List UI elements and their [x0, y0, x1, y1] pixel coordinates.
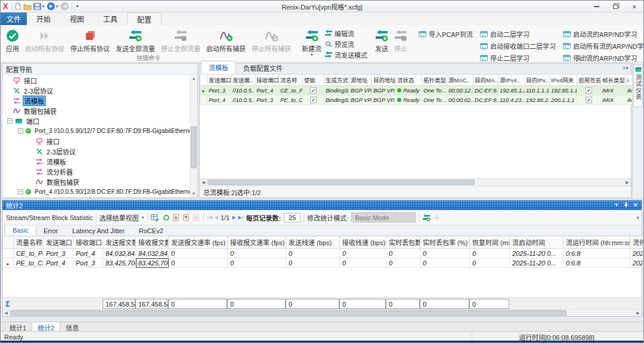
col-header[interactable]: 生成方式 [324, 75, 349, 86]
tab-load-profile[interactable]: 负载配置文件 [236, 62, 290, 74]
open-file-button[interactable] [23, 3, 32, 10]
stream-send-mode-button[interactable]: 流发送模式 [324, 50, 367, 60]
collapse-icon[interactable]: − [18, 128, 23, 134]
add-view-button[interactable] [434, 214, 441, 221]
col-header[interactable]: 源地址 [349, 75, 372, 86]
tab-config[interactable]: 配置 [127, 13, 162, 25]
start-all-protocols-button[interactable]: 启动所有协议 [22, 27, 67, 54]
collapse-icon[interactable]: − [7, 118, 13, 123]
panel-dropdown-icon[interactable]: ▼ [614, 203, 619, 208]
page-size-input[interactable] [284, 213, 301, 223]
tree-item-stream-template[interactable]: 流模板 [2, 95, 190, 106]
import-pcap-button[interactable]: 导入PCAP到流 [419, 29, 473, 39]
col-header[interactable]: 发送端口 [208, 75, 231, 86]
tree-item-ports[interactable]: − 端口 [2, 116, 190, 126]
tab-tools[interactable]: 工具 [94, 13, 127, 25]
tab-view[interactable]: 视图 [60, 13, 94, 25]
stop-button[interactable]: 停止 [391, 27, 410, 54]
panel-menu-icon[interactable]: ≡▾ [623, 65, 628, 71]
stop-all-protocols-button[interactable]: 停止所有协议 [67, 27, 113, 54]
preview-stream-button[interactable]: 预览流 [324, 39, 367, 49]
start-stream-arp-nd-button[interactable]: 启动流的ARP/ND学习 [563, 29, 644, 39]
close-button[interactable]: ✕ [629, 2, 640, 11]
start-l2-learning-button[interactable]: 启动二层学习 [480, 29, 556, 39]
next-page-icon[interactable]: ▶ [232, 215, 236, 220]
export-all-button[interactable] [183, 214, 190, 221]
send-all-traffic-button[interactable]: 发送全部流量 [113, 27, 158, 54]
tree-item-l23-protocols[interactable]: 2-3层协议 [2, 85, 190, 95]
col-header[interactable]: 目的MA.. [473, 75, 499, 86]
col-header[interactable]: 接收端口 [255, 75, 279, 86]
scroll-right-icon[interactable]: ▶ [624, 179, 631, 186]
first-page-icon[interactable]: |◀ [207, 215, 212, 220]
stop-all-traffic-button[interactable]: 停止全部流量 [158, 27, 203, 54]
tab-latency-jitter[interactable]: Latency And Jitter [65, 226, 131, 236]
enable-checkbox[interactable]: ✔ [310, 87, 317, 94]
tree-item-port3-stream-analyzer[interactable]: 流分析器 [2, 166, 190, 177]
tree-item-port3-stream-template[interactable]: 流模板 [2, 156, 190, 166]
col-header[interactable]: 流启动时间 [510, 236, 564, 249]
col-header[interactable]: 源IPv4.. [499, 75, 525, 86]
tab-start[interactable]: 开始 [27, 13, 60, 25]
scroll-left-icon[interactable]: ◀ [2, 310, 10, 316]
apply-button[interactable]: 应用 [3, 27, 22, 54]
col-header[interactable]: 源MAC.. [447, 75, 473, 86]
col-header[interactable]: 实时丢包数 [386, 236, 420, 249]
mode-apply-button[interactable] [422, 214, 431, 221]
qat-customize-icon[interactable]: ▼ [76, 4, 80, 8]
clear-statistics-button[interactable] [193, 214, 200, 221]
stream-row-pe-to-ce[interactable]: Port_4 //10.0.5... Port_3 PE_to_CE ✔ Bin… [200, 95, 634, 105]
tree-item-packet-capture[interactable]: 数据包捕获 [2, 106, 190, 116]
tree-item-port3-packet-capture[interactable]: 数据包捕获 [2, 177, 190, 187]
col-header[interactable]: 目的地址 [372, 75, 396, 86]
tree-item-port3[interactable]: − Port_3 //10.0.5.90/12/7 DC:EF:80:7F:D9… [2, 126, 190, 136]
new-stream-dropdown-icon[interactable]: ▼ [310, 53, 314, 57]
col-header[interactable]: 发送端.. [231, 75, 255, 86]
tree-vertical-scrollbar[interactable]: ▲ ▼ [190, 75, 197, 197]
tab-basic[interactable]: Basic [5, 225, 36, 236]
save-button[interactable]: ▼ [33, 3, 45, 10]
statistics-hscrollbar[interactable]: ◀ ▶ [2, 309, 642, 316]
prev-page-icon[interactable]: ◀ [215, 215, 218, 220]
tree-item-port3-interface[interactable]: 接口 [2, 136, 190, 146]
last-page-icon[interactable]: ▶| [238, 215, 243, 220]
scroll-down-icon[interactable]: ▼ [190, 190, 197, 197]
start-all-streams-arp-nd-button[interactable]: 启动所有流的ARP/ND学习 [563, 41, 644, 51]
scroll-left-icon[interactable]: ◀ [200, 179, 207, 186]
export-result-button[interactable] [173, 214, 180, 221]
col-header[interactable]: 拓扑类型 [422, 75, 447, 86]
stop-all-capture-button[interactable]: 停止所有捕获 [249, 27, 294, 54]
restore-button[interactable] [610, 2, 621, 11]
col-header[interactable]: 发送报文数 [103, 236, 136, 249]
col-header[interactable]: 流状态 [396, 75, 422, 86]
select-result-view-button[interactable]: 选择结果视图▼ [100, 213, 145, 223]
scrollbar-thumb[interactable] [10, 310, 566, 316]
tab-stream-template[interactable]: 流模板 [201, 61, 236, 74]
enable-checkbox[interactable]: ✔ [310, 97, 317, 103]
send-button[interactable]: 发送 [372, 27, 391, 54]
save-dropdown-icon[interactable]: ▼ [42, 5, 45, 8]
col-header[interactable]: 接收报文速率 (fps) [228, 236, 286, 249]
pin-icon[interactable] [624, 202, 628, 208]
new-file-button[interactable] [15, 2, 21, 10]
toolbar-overflow-icon[interactable]: ▾ [636, 215, 639, 221]
statistics-panel-header[interactable]: 统计2 ▼ ✕ [2, 200, 642, 210]
col-header[interactable]: 恢复时间 (ms) [470, 236, 510, 249]
edit-grid-button[interactable] [151, 214, 159, 221]
col-header[interactable]: 发送端口 [44, 236, 73, 249]
col-header[interactable]: 接收线速 (bps) [340, 236, 386, 249]
col-header[interactable]: 发送报文速率 (fps) [169, 236, 228, 249]
forward-button[interactable] [61, 2, 69, 10]
signature-checkbox[interactable]: ✔ [586, 87, 592, 94]
back-button[interactable]: ▼ [47, 2, 59, 10]
scrollbar-thumb[interactable] [191, 126, 197, 168]
col-header[interactable]: 发送线速 (bps) [286, 236, 340, 249]
tab-rocev2[interactable]: RoCEv2 [132, 226, 171, 236]
col-header[interactable]: 流名称 [279, 75, 303, 86]
col-header[interactable]: IPv4网关 [550, 75, 577, 86]
tester-side-tab[interactable]: 测试仪表 [633, 64, 643, 107]
file-menu-button[interactable]: 文件 [1, 13, 27, 25]
refresh-button[interactable] [162, 214, 170, 221]
start-all-capture-button[interactable]: 启动所有捕获 [203, 27, 249, 54]
tree-item-port4[interactable]: − Port_4 //10.0.5.90/12/8 DC:EF:80:7F:D9… [2, 187, 190, 197]
